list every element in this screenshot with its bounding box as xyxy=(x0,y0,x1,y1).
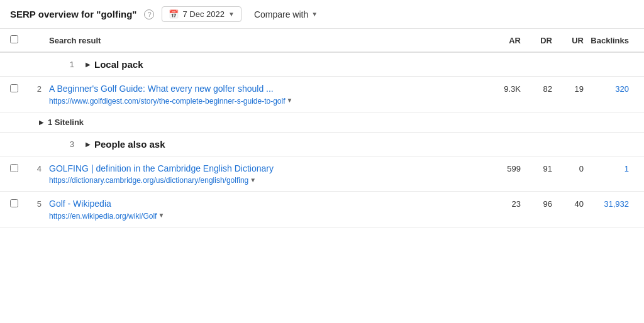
header-result-col: Search result xyxy=(49,36,483,45)
group-expand-icon-people-also-ask[interactable]: ▶ xyxy=(86,141,91,148)
row-5-checkbox-col[interactable] xyxy=(10,198,30,209)
row-5-url-dropdown-icon[interactable]: ▼ xyxy=(158,212,164,219)
row-4-dr: 91 xyxy=(521,163,552,173)
date-label: 7 Dec 2022 xyxy=(182,9,225,19)
row-4-url-dropdown-icon[interactable]: ▼ xyxy=(250,177,256,183)
sitelink-expand-icon[interactable]: ▶ xyxy=(39,119,44,126)
row-5-checkbox[interactable] xyxy=(10,199,18,207)
group-label-people-also-ask: People also ask xyxy=(94,139,165,150)
header-checkbox-col[interactable] xyxy=(10,35,30,45)
row-5-title[interactable]: Golf - Wikipedia xyxy=(49,199,111,209)
table-row-4: 4 GOLFING | definition in the Cambridge … xyxy=(0,156,644,192)
row-2-checkbox[interactable] xyxy=(10,84,18,92)
row-4-ar: 599 xyxy=(483,163,521,173)
header-ar-col: AR xyxy=(483,36,521,45)
row-4-checkbox[interactable] xyxy=(10,164,18,172)
row-4-url[interactable]: https://dictionary.cambridge.org/us/dict… xyxy=(49,176,248,185)
header-dr-col: DR xyxy=(521,36,552,45)
row-2-url-dropdown-icon[interactable]: ▼ xyxy=(287,97,293,104)
date-picker-button[interactable]: 📅 7 Dec 2022 ▼ xyxy=(162,6,241,22)
header-backlinks-col: Backlinks xyxy=(584,36,634,45)
row-5-rank: 5 xyxy=(30,198,49,209)
sitelink-row-2[interactable]: ▶ 1 Sitelink xyxy=(0,112,644,133)
row-5-backlinks[interactable]: 31,932 xyxy=(584,198,634,209)
row-2-title[interactable]: A Beginner's Golf Guide: What every new … xyxy=(49,84,274,94)
row-2-result: A Beginner's Golf Guide: What every new … xyxy=(49,83,483,106)
row-4-checkbox-col[interactable] xyxy=(10,163,30,174)
row-4-result: GOLFING | definition in the Cambridge En… xyxy=(49,163,483,185)
row-4-rank: 4 xyxy=(30,163,49,173)
row-5-ar: 23 xyxy=(483,198,521,209)
select-all-checkbox[interactable] xyxy=(10,35,18,43)
compare-label: Compare with xyxy=(254,9,308,19)
group-rank-3: 3 xyxy=(63,140,82,149)
row-2-checkbox-col[interactable] xyxy=(10,83,30,94)
table-row-2: 2 A Beginner's Golf Guide: What every ne… xyxy=(0,77,644,112)
page-title: SERP overview for "golfing" xyxy=(10,9,136,19)
compare-with-button[interactable]: Compare with ▼ xyxy=(249,7,323,22)
help-icon[interactable]: ? xyxy=(144,9,154,19)
page-header: SERP overview for "golfing" ? 📅 7 Dec 20… xyxy=(0,0,644,29)
row-5-ur: 40 xyxy=(552,198,584,209)
date-chevron-icon: ▼ xyxy=(228,11,235,18)
group-rank-1: 1 xyxy=(63,60,82,69)
row-4-backlinks[interactable]: 1 xyxy=(584,163,634,173)
row-2-ur: 19 xyxy=(552,83,584,94)
header-ur-col: UR xyxy=(552,36,584,45)
row-5-url[interactable]: https://en.wikipedia.org/wiki/Golf xyxy=(49,212,157,221)
table-row-5: 5 Golf - Wikipedia https://en.wikipedia.… xyxy=(0,192,644,227)
row-2-url[interactable]: https://www.golfdigest.com/story/the-com… xyxy=(49,97,286,106)
row-4-ur: 0 xyxy=(552,163,584,173)
table-header: Search result AR DR UR Backlinks xyxy=(0,29,644,53)
row-2-backlinks[interactable]: 320 xyxy=(584,83,634,94)
row-2-rank: 2 xyxy=(30,83,49,94)
group-row-local-pack[interactable]: 1 ▶ Local pack xyxy=(0,53,644,77)
group-row-people-also-ask[interactable]: 3 ▶ People also ask xyxy=(0,133,644,156)
group-label-local-pack: Local pack xyxy=(94,59,143,70)
row-4-title[interactable]: GOLFING | definition in the Cambridge En… xyxy=(49,163,274,173)
sitelink-label: 1 Sitelink xyxy=(48,118,84,127)
calendar-icon: 📅 xyxy=(169,9,179,19)
row-5-result: Golf - Wikipedia https://en.wikipedia.or… xyxy=(49,198,483,221)
compare-chevron-icon: ▼ xyxy=(311,11,318,18)
row-5-dr: 96 xyxy=(521,198,552,209)
row-2-dr: 82 xyxy=(521,83,552,94)
row-2-ar: 9.3K xyxy=(483,83,521,94)
group-expand-icon-local-pack[interactable]: ▶ xyxy=(86,61,91,68)
